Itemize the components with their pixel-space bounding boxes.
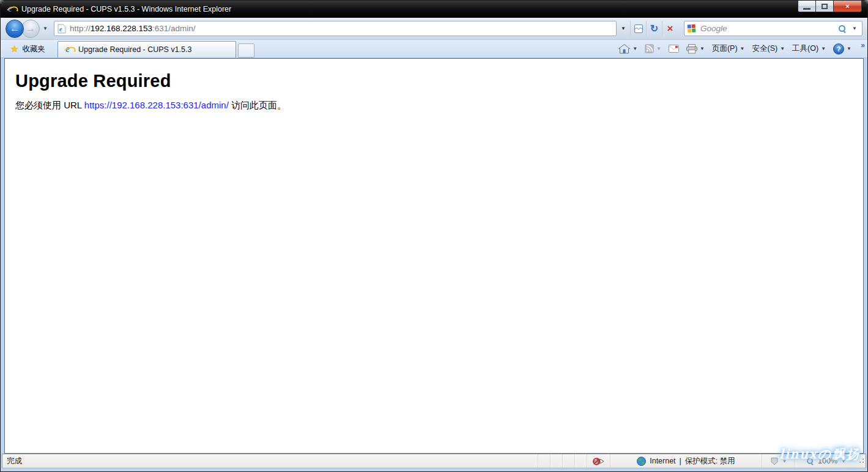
search-options-dropdown[interactable]: ▼ xyxy=(847,26,859,31)
status-spacer-cell xyxy=(574,454,587,468)
tab-title: Upgrade Required - CUPS v1.5.3 xyxy=(78,45,192,54)
status-spacer-cell xyxy=(550,454,562,468)
back-arrow-icon: ← xyxy=(10,23,20,34)
status-spacer-cell xyxy=(538,454,550,468)
zone-separator: | xyxy=(680,457,681,465)
search-input[interactable] xyxy=(700,24,838,33)
tools-menu-dropdown: ▼ xyxy=(821,46,826,51)
message-suffix: 访问此页面。 xyxy=(229,100,286,110)
home-button[interactable]: ▼ xyxy=(615,42,641,56)
command-bar: ▼ ▼ ▼ 页面(P) ▼ 安全(S) ▼ 工具(O) xyxy=(615,40,865,58)
page-menu-label: 页面(P) xyxy=(712,43,738,54)
maximize-button[interactable] xyxy=(816,1,834,12)
compatibility-view-icon xyxy=(634,24,644,34)
zoom-level: 100% xyxy=(818,457,837,465)
status-bar: 完成 Internet | 保护模式: 禁用 ▼ 100% ▼ xyxy=(2,454,866,468)
favorites-star-icon: ★ xyxy=(10,43,18,54)
tracking-protection-indicator[interactable] xyxy=(587,454,610,468)
zoom-magnifier-icon xyxy=(806,457,814,465)
resize-grip-icon xyxy=(859,458,864,463)
help-button[interactable]: ? ▼ xyxy=(829,42,855,56)
active-tab[interactable]: Upgrade Required - CUPS v1.5.3 xyxy=(57,41,236,58)
protected-mode-label: 保护模式: 禁用 xyxy=(685,456,735,466)
address-dropdown-button[interactable]: ▼ xyxy=(617,21,630,36)
tab-bar: ★ 收藏夹 Upgrade Required - CUPS v1.5.3 ▼ ▼… xyxy=(1,40,867,58)
safety-menu-label: 安全(S) xyxy=(752,43,778,54)
message-prefix: 您必须使用 URL xyxy=(15,100,84,110)
page-menu-dropdown: ▼ xyxy=(740,46,745,51)
search-magnifier-icon[interactable] xyxy=(838,24,847,33)
zoom-dropdown: ▼ xyxy=(841,459,846,464)
blocked-eye-icon xyxy=(592,457,605,466)
maximize-icon xyxy=(822,4,828,9)
content-frame: Upgrade Required 您必须使用 URL https://192.1… xyxy=(1,58,867,454)
window-controls: × xyxy=(798,1,862,12)
feeds-dropdown: ▼ xyxy=(656,46,661,51)
svg-text:e: e xyxy=(59,26,62,32)
tools-menu-label: 工具(O) xyxy=(792,43,818,54)
tools-menu-button[interactable]: 工具(O) ▼ xyxy=(788,42,829,56)
favorites-button[interactable]: ★ 收藏夹 xyxy=(3,42,53,56)
compatibility-view-button[interactable] xyxy=(630,21,646,36)
navigation-bar: ← → ▼ e http://192.168.228.153:631/admin… xyxy=(1,18,867,40)
zoom-control[interactable]: 100% ▼ xyxy=(795,454,857,468)
mail-icon xyxy=(669,45,679,53)
page-menu-button[interactable]: 页面(P) ▼ xyxy=(708,42,749,56)
zone-label: Internet xyxy=(650,457,675,465)
refresh-button[interactable]: ↻ xyxy=(646,21,662,36)
close-icon: × xyxy=(845,2,849,10)
safety-menu-dropdown: ▼ xyxy=(780,46,785,51)
shield-icon xyxy=(770,457,779,465)
security-zone-cell[interactable]: Internet | 保护模式: 禁用 xyxy=(610,454,762,468)
page-message: 您必须使用 URL https://192.168.228.153:631/ad… xyxy=(15,100,863,111)
address-bar[interactable]: e http://192.168.228.153:631/admin/ xyxy=(54,21,617,36)
ie-logo-icon xyxy=(6,4,17,15)
title-bar[interactable]: Upgrade Required - CUPS v1.5.3 - Windows… xyxy=(1,1,867,18)
internet-globe-icon xyxy=(637,457,646,466)
stop-icon: × xyxy=(667,23,673,35)
status-bar-frame: 完成 Internet | 保护模式: 禁用 ▼ 100% ▼ xyxy=(1,454,867,471)
page-title: Upgrade Required xyxy=(15,71,863,91)
resize-grip[interactable] xyxy=(857,454,866,468)
close-button[interactable]: × xyxy=(834,1,862,12)
printer-icon xyxy=(686,44,697,54)
help-icon: ? xyxy=(833,43,844,54)
back-button[interactable]: ← xyxy=(6,20,24,38)
status-spacer-cell xyxy=(562,454,574,468)
help-dropdown: ▼ xyxy=(847,46,851,51)
url-text: http://192.168.228.153:631/admin/ xyxy=(70,24,196,33)
favorites-label: 收藏夹 xyxy=(22,44,45,54)
recent-pages-dropdown[interactable]: ▼ xyxy=(40,26,51,31)
print-dropdown[interactable]: ▼ xyxy=(700,46,705,51)
safety-menu-button[interactable]: 安全(S) ▼ xyxy=(749,42,789,56)
page-content: Upgrade Required 您必须使用 URL https://192.1… xyxy=(4,58,864,454)
toolbar-overflow-chevron[interactable]: » xyxy=(861,41,865,50)
browser-window: Upgrade Required - CUPS v1.5.3 - Windows… xyxy=(0,0,868,472)
window-title: Upgrade Required - CUPS v1.5.3 - Windows… xyxy=(21,5,231,13)
forward-arrow-icon: → xyxy=(26,23,35,34)
url-scheme: http:// xyxy=(70,24,91,33)
page-favicon-icon: e xyxy=(57,24,66,34)
status-text: 完成 xyxy=(2,454,538,468)
new-tab-button[interactable] xyxy=(238,43,254,58)
forward-button[interactable]: → xyxy=(21,20,40,38)
print-button[interactable]: ▼ xyxy=(683,42,708,56)
minimize-button[interactable] xyxy=(798,1,816,12)
minimize-icon xyxy=(803,8,811,10)
security-report-button[interactable]: ▼ xyxy=(762,454,795,468)
url-host: 192.168.228.153 xyxy=(91,24,152,33)
url-path: :631/admin/ xyxy=(152,24,196,33)
google-icon xyxy=(688,24,696,33)
tab-favicon-icon xyxy=(64,45,75,55)
rss-icon xyxy=(645,44,654,53)
home-icon xyxy=(618,44,630,54)
search-box[interactable]: ▼ xyxy=(684,21,862,36)
stop-button[interactable]: × xyxy=(662,21,678,36)
security-report-dropdown: ▼ xyxy=(782,459,787,464)
feeds-button[interactable]: ▼ xyxy=(641,42,665,56)
home-dropdown[interactable]: ▼ xyxy=(632,46,637,51)
https-admin-link[interactable]: https://192.168.228.153:631/admin/ xyxy=(84,100,229,110)
refresh-icon: ↻ xyxy=(650,23,658,34)
read-mail-button[interactable] xyxy=(665,42,683,56)
